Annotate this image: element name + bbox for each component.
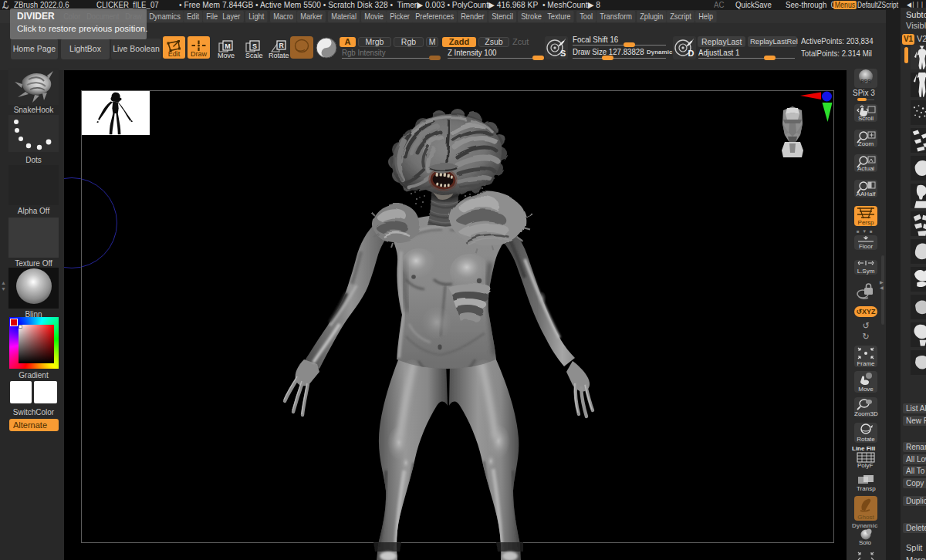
svg-text:R: R	[279, 42, 283, 49]
svg-text:S: S	[560, 49, 566, 58]
svg-text:BPR: BPR	[860, 79, 871, 84]
svg-text:S: S	[252, 42, 257, 50]
svg-text:D: D	[688, 49, 694, 58]
svg-text:M: M	[225, 42, 231, 50]
